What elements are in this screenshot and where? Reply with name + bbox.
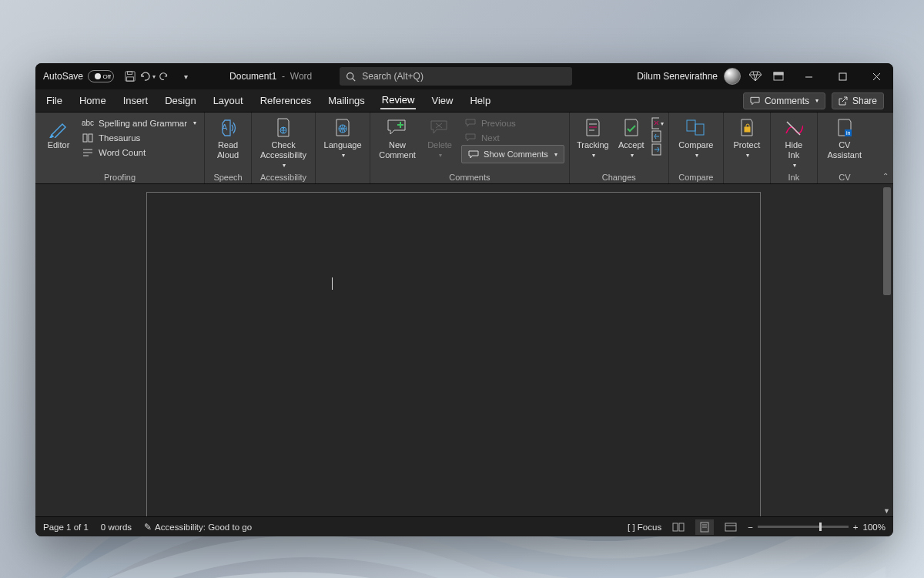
user-avatar[interactable] [724, 68, 741, 85]
group-label-cv: CV [822, 171, 867, 182]
document-page[interactable] [146, 192, 761, 516]
document-area[interactable]: ▲ ▼ [35, 184, 893, 516]
search-placeholder: Search (Alt+Q) [362, 71, 424, 82]
minimize-button[interactable] [792, 63, 825, 89]
customize-qat-icon[interactable]: ▾ [177, 67, 194, 86]
scroll-down-icon[interactable]: ▼ [883, 507, 890, 515]
compare-button[interactable]: Compare ▾ [674, 116, 718, 161]
prev-change-icon[interactable] [651, 130, 664, 143]
chevron-down-icon: ▾ [746, 152, 749, 160]
ribbon-display-icon[interactable] [770, 67, 787, 86]
compare-label: Compare [678, 140, 713, 150]
vertical-scrollbar[interactable]: ▲ ▼ [882, 184, 892, 516]
group-label-proofing: Proofing [40, 171, 199, 182]
group-label-ink: Ink [775, 171, 812, 182]
svg-text:in: in [846, 130, 851, 136]
svg-rect-12 [89, 134, 92, 142]
web-layout-icon[interactable] [721, 519, 740, 535]
zoom-slider[interactable] [758, 526, 849, 528]
protect-icon [736, 117, 758, 139]
focus-mode-button[interactable]: [ ] Focus [628, 523, 661, 532]
status-bar: Page 1 of 1 0 words ✎Accessibility: Good… [35, 516, 893, 536]
delete-comment-icon [429, 117, 450, 139]
redo-icon[interactable] [156, 67, 172, 86]
tab-mailings[interactable]: Mailings [326, 92, 367, 109]
editor-icon [48, 117, 69, 139]
undo-icon[interactable]: ▾ [139, 67, 156, 86]
group-comments: New Comment Delete ▾ Previous Next [370, 113, 570, 183]
next-comment-button[interactable]: Next [461, 130, 564, 145]
show-comments-button[interactable]: Show Comments ▾ [461, 145, 564, 163]
tab-home[interactable]: Home [78, 92, 108, 109]
group-label-compare: Compare [674, 171, 718, 182]
zoom-out-button[interactable]: − [748, 523, 753, 532]
group-label-protect [728, 171, 765, 182]
comments-button[interactable]: Comments ▾ [743, 92, 825, 109]
group-changes: Tracking ▾ Accept ▾ ▾ Changes [570, 113, 669, 183]
scrollbar-thumb[interactable] [883, 187, 891, 295]
tab-view[interactable]: View [430, 92, 454, 109]
chevron-down-icon: ▾ [342, 152, 345, 160]
language-button[interactable]: Language ▾ [320, 116, 365, 161]
thesaurus-button[interactable]: Thesaurus [79, 130, 199, 145]
tab-design[interactable]: Design [163, 92, 197, 109]
next-change-icon[interactable] [651, 143, 664, 156]
check-accessibility-label: Check Accessibility [260, 140, 306, 160]
svg-point-18 [283, 127, 284, 129]
page-indicator[interactable]: Page 1 of 1 [43, 523, 89, 532]
group-label-changes: Changes [574, 171, 664, 182]
zoom-slider-thumb[interactable] [819, 523, 822, 531]
zoom-in-button[interactable]: + [853, 523, 859, 532]
svg-rect-34 [745, 127, 750, 132]
svg-rect-38 [673, 523, 678, 531]
toggle-dot [95, 73, 101, 79]
spelling-grammar-button[interactable]: abc Spelling and Grammar ▾ [79, 116, 199, 130]
check-accessibility-button[interactable]: Check Accessibility▾ [256, 116, 310, 171]
thesaurus-label: Thesaurus [99, 133, 140, 143]
editor-button[interactable]: Editor [40, 116, 77, 152]
tab-review[interactable]: Review [380, 92, 417, 109]
tracking-button[interactable]: Tracking ▾ [574, 116, 611, 161]
search-box[interactable]: Search (Alt+Q) [340, 67, 572, 86]
word-count-indicator[interactable]: 0 words [101, 523, 132, 532]
reject-icon[interactable]: ▾ [651, 117, 664, 129]
print-layout-icon[interactable] [695, 519, 714, 535]
accessibility-icon [273, 117, 294, 139]
accessibility-status[interactable]: ✎Accessibility: Good to go [144, 522, 252, 533]
zoom-level[interactable]: 100% [863, 523, 886, 532]
spelling-label: Spelling and Grammar [99, 119, 187, 128]
group-protect: Protect ▾ [724, 113, 771, 183]
protect-button[interactable]: Protect ▾ [728, 116, 765, 161]
share-button[interactable]: Share [832, 92, 884, 109]
search-icon [346, 72, 356, 82]
delete-label: Delete [427, 140, 452, 150]
hide-ink-button[interactable]: Hide Ink▾ [775, 116, 812, 171]
tab-insert[interactable]: Insert [122, 92, 150, 109]
autosave-toggle[interactable]: AutoSave Off [35, 70, 122, 82]
tab-references[interactable]: References [259, 92, 313, 109]
accept-button[interactable]: Accept ▾ [613, 116, 650, 161]
cv-assistant-button[interactable]: in CV Assistant [822, 116, 867, 162]
close-button[interactable] [859, 63, 893, 89]
tab-help[interactable]: Help [468, 92, 492, 109]
tab-file[interactable]: File [45, 92, 64, 109]
previous-comment-button[interactable]: Previous [461, 116, 564, 130]
new-comment-button[interactable]: New Comment [375, 116, 420, 162]
group-label-speech: Speech [209, 171, 246, 182]
delete-comment-button[interactable]: Delete ▾ [421, 116, 458, 161]
read-aloud-icon: A [217, 117, 239, 139]
focus-icon: [ ] [628, 523, 635, 532]
word-count-button[interactable]: Word Count [79, 145, 199, 160]
tab-layout[interactable]: Layout [212, 92, 245, 109]
toggle-switch[interactable]: Off [88, 70, 114, 82]
svg-point-3 [347, 72, 353, 79]
maximize-button[interactable] [825, 63, 859, 89]
save-icon[interactable] [122, 67, 139, 86]
read-aloud-button[interactable]: A Read Aloud [209, 116, 246, 162]
chevron-down-icon: ▾ [695, 152, 698, 160]
read-mode-icon[interactable] [669, 519, 688, 535]
svg-rect-1 [128, 72, 132, 75]
cv-assistant-label: CV Assistant [828, 140, 862, 160]
collapse-ribbon-icon[interactable]: ⌃ [882, 172, 889, 180]
diamond-icon[interactable] [747, 67, 764, 86]
